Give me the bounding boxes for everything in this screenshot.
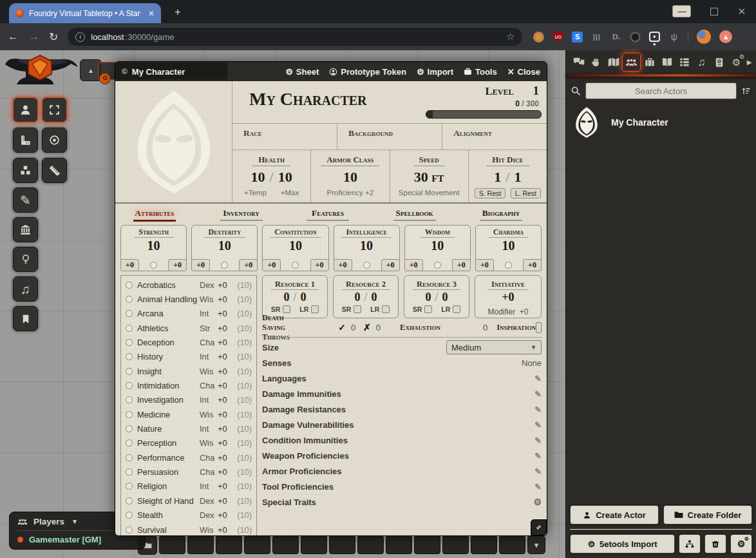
initiative-mod-value[interactable]: +0 bbox=[520, 307, 529, 316]
bookmark-star-icon[interactable]: ☆ bbox=[506, 31, 515, 43]
new-tab-button[interactable]: + bbox=[171, 6, 184, 19]
sr-checkbox[interactable] bbox=[424, 305, 432, 313]
ability-check-mod[interactable]: +0 bbox=[452, 259, 471, 271]
skill-name[interactable]: Animal Handling bbox=[137, 294, 200, 304]
skill-name[interactable]: Sleight of Hand bbox=[137, 496, 200, 506]
note-controls-button[interactable] bbox=[13, 306, 38, 331]
tab-attributes[interactable]: Attributes bbox=[133, 207, 176, 222]
sheet-config-button[interactable]: ⚙Sheet bbox=[285, 67, 319, 77]
ability-name[interactable]: Constitution bbox=[270, 227, 321, 238]
skill-prof-toggle[interactable] bbox=[126, 396, 133, 403]
ability-name[interactable]: Charisma bbox=[489, 227, 528, 238]
edit-icon[interactable]: ✎ bbox=[534, 405, 542, 414]
hp-tempmax-label[interactable]: +Max bbox=[281, 189, 299, 197]
resource-label[interactable]: Resource 1 bbox=[271, 280, 319, 290]
tab-inventory[interactable]: Inventory bbox=[220, 207, 263, 221]
ability-name[interactable]: Intelligence bbox=[341, 227, 391, 238]
edit-icon[interactable]: ✎ bbox=[534, 436, 542, 445]
skill-name[interactable]: Intimidation bbox=[137, 381, 200, 390]
save-proficiency-toggle[interactable] bbox=[505, 262, 512, 269]
5etools-import-button[interactable]: ⚙ 5etools Import bbox=[570, 534, 675, 553]
site-info-icon[interactable]: i bbox=[75, 32, 85, 42]
sr-checkbox[interactable] bbox=[354, 305, 361, 313]
ability-save-mod[interactable]: +0 bbox=[334, 259, 352, 271]
save-proficiency-toggle[interactable] bbox=[221, 262, 228, 269]
back-button[interactable]: ← bbox=[8, 30, 19, 43]
skill-name[interactable]: History bbox=[137, 352, 200, 361]
resource-label[interactable]: Resource 3 bbox=[413, 280, 460, 290]
ability-name[interactable]: Wisdom bbox=[421, 227, 455, 238]
cookie-extension-icon[interactable] bbox=[533, 32, 544, 43]
skill-prof-toggle[interactable] bbox=[126, 526, 133, 534]
skill-prof-toggle[interactable] bbox=[126, 439, 133, 447]
import-button[interactable]: ⚙Import bbox=[417, 67, 453, 77]
skill-name[interactable]: Deception bbox=[137, 338, 200, 347]
ability-save-mod[interactable]: +0 bbox=[262, 259, 281, 271]
resource-max[interactable]: 0 bbox=[372, 291, 377, 303]
skill-prof-toggle[interactable] bbox=[126, 310, 133, 317]
macro-slot[interactable] bbox=[301, 535, 327, 554]
skill-prof-toggle[interactable] bbox=[126, 325, 133, 332]
skill-prof-toggle[interactable] bbox=[126, 512, 133, 519]
save-proficiency-toggle[interactable] bbox=[363, 262, 370, 269]
skill-name[interactable]: Persuasion bbox=[137, 467, 200, 477]
measure-distance-button[interactable] bbox=[42, 158, 67, 183]
ability-score[interactable]: 10 bbox=[121, 238, 186, 253]
sound-controls-button[interactable]: ♫ bbox=[13, 276, 38, 302]
ability-save-mod[interactable]: +0 bbox=[404, 259, 423, 271]
actor-list-item[interactable]: My Character bbox=[566, 102, 756, 143]
size-select[interactable]: Medium▼ bbox=[446, 340, 542, 354]
hd-max[interactable]: 1 bbox=[514, 169, 521, 185]
skill-name[interactable]: Performance bbox=[137, 453, 200, 463]
d-extension-icon[interactable]: D. bbox=[610, 32, 621, 43]
special-movement-label[interactable]: Special Movement bbox=[390, 189, 468, 197]
ability-save-mod[interactable]: +0 bbox=[475, 259, 494, 271]
ability-check-mod[interactable]: +0 bbox=[381, 259, 400, 271]
macro-slot[interactable] bbox=[187, 535, 214, 554]
hp-max[interactable]: 10 bbox=[278, 169, 292, 185]
skill-prof-toggle[interactable] bbox=[126, 368, 133, 375]
close-window-button[interactable]: ✕Close bbox=[507, 67, 540, 77]
box-extension-icon[interactable]: ● ● bbox=[649, 32, 660, 42]
ability-score[interactable]: 10 bbox=[334, 238, 399, 253]
hp-current[interactable]: 10 bbox=[251, 169, 265, 185]
gear-icon[interactable]: ⚙ bbox=[533, 497, 542, 507]
skill-prof-toggle[interactable] bbox=[126, 339, 133, 346]
target-tokens-button[interactable] bbox=[42, 128, 67, 153]
search-actors-input[interactable] bbox=[585, 82, 737, 99]
edit-icon[interactable]: ✎ bbox=[534, 420, 542, 430]
measure-controls-button[interactable] bbox=[13, 128, 38, 153]
tab-journal[interactable] bbox=[658, 53, 676, 71]
macro-slot[interactable] bbox=[329, 535, 355, 554]
ublock-extension-icon[interactable]: UO bbox=[553, 32, 563, 43]
profile-avatar[interactable] bbox=[697, 30, 711, 44]
drawing-controls-button[interactable]: ✎ bbox=[13, 188, 38, 213]
skill-name[interactable]: Athletics bbox=[137, 323, 200, 333]
ability-check-mod[interactable]: +0 bbox=[310, 259, 329, 271]
tab-scenes[interactable] bbox=[605, 53, 622, 71]
save-proficiency-toggle[interactable] bbox=[150, 262, 157, 269]
hp-temp-label[interactable]: +Temp bbox=[244, 189, 267, 197]
skill-prof-toggle[interactable] bbox=[126, 296, 133, 303]
url-bar[interactable]: i localhost :30000/game ☆ bbox=[68, 28, 522, 46]
skill-name[interactable]: Medicine bbox=[137, 410, 200, 419]
tab-close-icon[interactable]: ✕ bbox=[148, 9, 155, 18]
reload-button[interactable]: ↻ bbox=[49, 30, 58, 44]
window-maximize-button[interactable] bbox=[710, 8, 718, 15]
window-minimize-button[interactable]: — bbox=[672, 5, 691, 17]
window-header[interactable]: © My Character ⚙Sheet Prototype Token ⚙I… bbox=[115, 62, 547, 81]
skill-prof-toggle[interactable] bbox=[126, 468, 133, 476]
resource-max[interactable]: 0 bbox=[301, 291, 307, 303]
death-fail-value[interactable]: 0 bbox=[376, 323, 381, 332]
hd-current[interactable]: 1 bbox=[494, 169, 501, 185]
delete-button[interactable] bbox=[704, 534, 726, 553]
ability-save-mod[interactable]: +0 bbox=[191, 259, 210, 271]
initiative-label[interactable]: Initiative bbox=[487, 280, 529, 290]
skill-prof-toggle[interactable] bbox=[126, 425, 133, 432]
short-rest-button[interactable]: S. Rest bbox=[475, 188, 506, 198]
macro-slot[interactable] bbox=[216, 535, 242, 554]
create-folder-button[interactable]: Create Folder bbox=[663, 505, 752, 524]
ability-score[interactable]: 10 bbox=[476, 238, 541, 253]
edit-icon[interactable]: ✎ bbox=[534, 451, 542, 461]
race-field[interactable]: Race bbox=[232, 124, 337, 149]
